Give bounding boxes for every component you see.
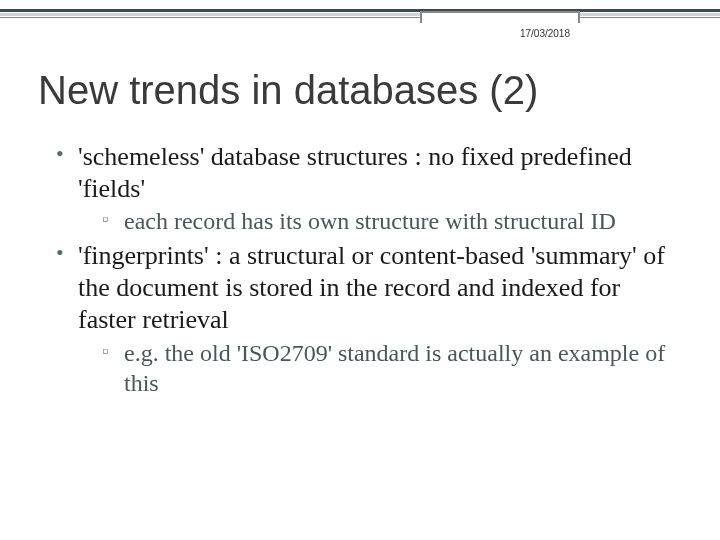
border-accent-box (420, 11, 580, 23)
slide-content: New trends in databases (2) 'schemeless'… (0, 18, 720, 398)
slide-date: 17/03/2018 (520, 28, 570, 39)
sub-bullet-list: e.g. the old 'ISO2709' standard is actua… (78, 338, 680, 398)
bullet-text: 'fingerprints' : a structural or content… (78, 241, 665, 333)
bullet-list: 'schemeless' database structures : no fi… (38, 141, 680, 398)
list-item: 'fingerprints' : a structural or content… (56, 240, 680, 397)
bullet-text: 'schemeless' database structures : no fi… (78, 142, 632, 203)
slide-title: New trends in databases (2) (38, 68, 680, 113)
list-item: 'schemeless' database structures : no fi… (56, 141, 680, 236)
border-line-dark (0, 9, 720, 12)
sub-bullet-text: each record has its own structure with s… (124, 208, 616, 234)
sub-bullet-list: each record has its own structure with s… (78, 206, 680, 236)
border-line-light (0, 13, 720, 16)
slide-top-border (0, 0, 720, 18)
list-item: e.g. the old 'ISO2709' standard is actua… (102, 338, 680, 398)
list-item: each record has its own structure with s… (102, 206, 680, 236)
sub-bullet-text: e.g. the old 'ISO2709' standard is actua… (124, 340, 665, 396)
